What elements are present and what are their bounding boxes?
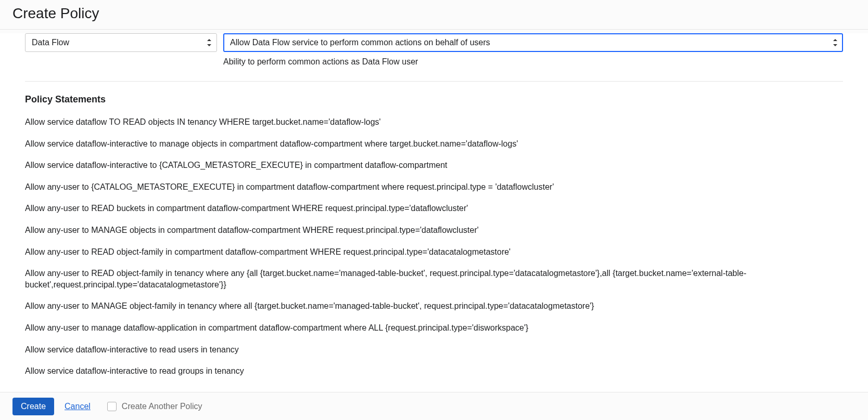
policy-statement: Allow any-user to {CATALOG_METASTORE_EXE…	[25, 181, 843, 193]
footer-bar: Create Cancel Create Another Policy	[0, 392, 868, 420]
policy-statements-heading: Policy Statements	[25, 94, 843, 105]
service-select-value: Data Flow	[32, 38, 69, 47]
selector-row: Data Flow Allow Data Flow service to per…	[25, 33, 843, 52]
policy-statement: Allow service dataflow-interactive to re…	[25, 365, 843, 377]
action-helper-text: Ability to perform common actions as Dat…	[223, 57, 843, 67]
service-select[interactable]: Data Flow	[25, 33, 217, 52]
policy-statement: Allow any-user to READ buckets in compar…	[25, 203, 843, 214]
create-another-checkbox[interactable]	[107, 402, 117, 411]
policy-statement: Allow any-user to READ object-family in …	[25, 268, 843, 290]
create-another-label: Create Another Policy	[122, 402, 202, 411]
page-header: Create Policy	[0, 0, 868, 30]
page-title: Create Policy	[12, 5, 856, 22]
policy-statement: Allow service dataflow TO READ objects I…	[25, 116, 843, 128]
service-select-wrap: Data Flow	[25, 33, 217, 52]
policy-statement: Allow any-user to READ object-family in …	[25, 246, 843, 258]
create-button[interactable]: Create	[12, 398, 54, 415]
main-scroll-area[interactable]: Data Flow Allow Data Flow service to per…	[0, 33, 868, 392]
policy-statement: Allow any-user to MANAGE object-family i…	[25, 300, 843, 312]
policy-statements-list: Allow service dataflow TO READ objects I…	[25, 116, 843, 377]
divider	[25, 81, 843, 82]
policy-statement: Allow service dataflow-interactive to re…	[25, 344, 843, 356]
content: Data Flow Allow Data Flow service to per…	[0, 33, 868, 392]
cancel-link[interactable]: Cancel	[65, 402, 91, 411]
policy-statement: Allow service dataflow-interactive to ma…	[25, 138, 843, 150]
policy-statement: Allow any-user to MANAGE objects in comp…	[25, 225, 843, 236]
action-select-value: Allow Data Flow service to perform commo…	[230, 38, 490, 47]
policy-statement: Allow any-user to manage dataflow-applic…	[25, 322, 843, 334]
action-select[interactable]: Allow Data Flow service to perform commo…	[223, 33, 843, 52]
create-another-wrap: Create Another Policy	[107, 402, 202, 411]
policy-statement: Allow service dataflow-interactive to {C…	[25, 160, 843, 171]
action-select-wrap: Allow Data Flow service to perform commo…	[223, 33, 843, 52]
